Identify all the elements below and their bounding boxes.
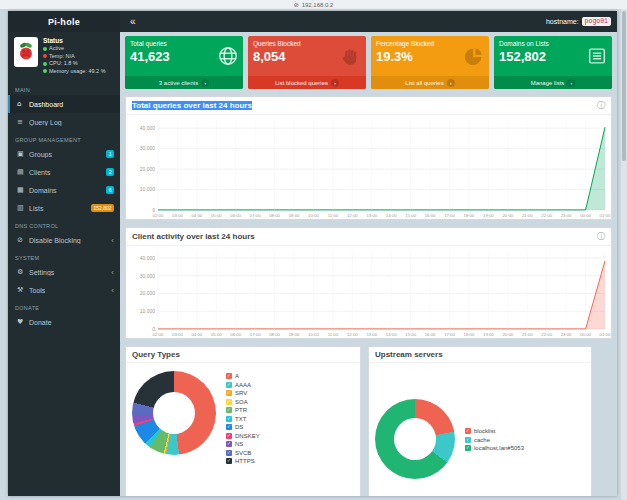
sidebar-item-lists[interactable]: ▥Lists152,802: [8, 199, 120, 217]
legend-item-localhost-lan-5053[interactable]: ✓localhost.lan#5053: [465, 445, 524, 451]
legend-checkbox: ✓: [226, 390, 232, 396]
sidebar-item-disable-blocking[interactable]: ⊘Disable Blocking‹: [8, 231, 120, 249]
status-panel: Status ActiveTemp: N/ACPU: 1.8 %Memory u…: [8, 32, 120, 81]
card-footer-link[interactable]: Manage lists ›: [494, 76, 612, 89]
legend-checkbox: ✓: [226, 382, 232, 388]
svg-text:18:00: 18:00: [464, 332, 475, 337]
sidebar-section-label: MAIN: [8, 81, 120, 95]
dashboard-icon: ⌂: [17, 100, 27, 108]
legend-item-blocklist[interactable]: ✓blocklist: [465, 428, 524, 434]
legend-item-ds[interactable]: ✓DS: [226, 424, 260, 430]
legend-item-ptr[interactable]: ✓PTR: [226, 407, 260, 413]
lists-icon: ▥: [17, 204, 27, 212]
sidebar-section-label: DNS CONTROL: [8, 217, 120, 231]
not-secure-icon: ⊘: [294, 1, 299, 8]
svg-text:10:00: 10:00: [308, 213, 319, 218]
hostname-badge: pogo01: [582, 17, 611, 26]
more-info-icon: ›: [331, 79, 339, 87]
svg-text:19:00: 19:00: [483, 332, 494, 337]
svg-text:04:00: 04:00: [191, 332, 202, 337]
total-queries-chart[interactable]: 010,00020,00030,00040,00002:0003:0004:00…: [126, 115, 611, 219]
summary-cards: Total queries 41,623 3 active clients ›: [125, 36, 612, 89]
legend-checkbox: ✓: [226, 399, 232, 405]
sidebar-item-donate[interactable]: ♥Donate: [8, 313, 120, 331]
card-footer-link[interactable]: 3 active clients ›: [125, 76, 243, 89]
legend-checkbox: ✓: [226, 407, 232, 413]
legend-checkbox: ✓: [465, 445, 471, 451]
sidebar-item-query-log[interactable]: ≡Query Log: [8, 113, 120, 131]
sidebar-item-dashboard[interactable]: ⌂Dashboard: [8, 95, 120, 113]
upstream-servers-donut[interactable]: [375, 399, 455, 479]
svg-text:09:00: 09:00: [289, 332, 300, 337]
card-footer-link[interactable]: List blocked queries ›: [248, 76, 366, 89]
svg-text:21:00: 21:00: [522, 213, 533, 218]
card-footer-link[interactable]: List all queries ›: [371, 76, 489, 89]
client-activity-chart[interactable]: 010,00020,00030,00040,00002:0003:0004:00…: [126, 246, 611, 338]
sidebar-section-label: DONATE: [8, 299, 120, 313]
top-navbar: Pi-hole « hostname: pogo01: [8, 11, 617, 32]
sidebar-menu: MAIN⌂Dashboard≡Query LogGROUP MANAGEMENT…: [8, 81, 120, 331]
domains-icon: ▦: [17, 186, 27, 194]
legend-item-https[interactable]: ✓HTTPS: [226, 458, 260, 464]
panel-client-activity: Client activity over last 24 hours ⓘ 010…: [125, 226, 612, 339]
panel-title: Upstream servers: [375, 350, 443, 359]
sidebar-item-clients[interactable]: ▤Clients2: [8, 163, 120, 181]
panel-upstream-servers: Upstream servers ✓blocklist✓cache✓localh…: [368, 345, 592, 496]
legend-item-ns[interactable]: ✓NS: [226, 441, 260, 447]
pihole-logo: [14, 37, 38, 67]
info-icon[interactable]: ⓘ: [597, 231, 605, 242]
list-icon: [586, 45, 608, 67]
svg-text:02:00: 02:00: [153, 332, 164, 337]
sidebar: Status ActiveTemp: N/ACPU: 1.8 %Memory u…: [8, 32, 120, 496]
legend-item-srv[interactable]: ✓SRV: [226, 390, 260, 396]
status-title: Status: [43, 37, 116, 44]
panel-query-types: Query Types ✓A✓AAAA✓SRV✓SOA✓PTR✓TXT✓DS✓D…: [125, 345, 361, 496]
legend-item-aaaa[interactable]: ✓AAAA: [226, 382, 260, 388]
svg-text:08:00: 08:00: [269, 213, 280, 218]
legend-item-soa[interactable]: ✓SOA: [226, 399, 260, 405]
page-scrollbar[interactable]: [621, 9, 627, 500]
svg-text:20:00: 20:00: [502, 213, 513, 218]
legend-item-txt[interactable]: ✓TXT: [226, 416, 260, 422]
svg-text:30,000: 30,000: [140, 145, 156, 151]
svg-text:13:00: 13:00: [366, 332, 377, 337]
legend-checkbox: ✓: [465, 437, 471, 443]
svg-text:15:00: 15:00: [405, 213, 416, 218]
svg-text:08:00: 08:00: [269, 332, 280, 337]
legend-checkbox: ✓: [226, 424, 232, 430]
browser-address-bar[interactable]: ⊘ 192.168.0.2: [0, 0, 627, 9]
legend-item-dnskey[interactable]: ✓DNSKEY: [226, 433, 260, 439]
svg-text:23:00: 23:00: [561, 213, 572, 218]
sidebar-item-settings[interactable]: ⚙Settings‹: [8, 263, 120, 281]
chevron-left-icon: ‹: [111, 236, 114, 245]
svg-text:20,000: 20,000: [140, 290, 156, 296]
scrollbar-thumb[interactable]: [622, 11, 626, 161]
sidebar-collapse-icon[interactable]: «: [120, 11, 146, 32]
legend-item-svcb[interactable]: ✓SVCB: [226, 450, 260, 456]
sidebar-item-domains[interactable]: ▦Domains6: [8, 181, 120, 199]
tools-icon: ⚒: [17, 286, 27, 294]
main-content: Total queries 41,623 3 active clients ›: [120, 32, 617, 496]
card-total-queries: Total queries 41,623 3 active clients ›: [125, 36, 243, 89]
panel-title: Client activity over last 24 hours: [132, 232, 255, 241]
more-info-icon: ›: [567, 79, 575, 87]
svg-text:11:00: 11:00: [328, 332, 339, 337]
hostname-area: hostname: pogo01: [546, 17, 617, 26]
svg-text:01:00: 01:00: [600, 213, 611, 218]
donate-icon: ♥: [17, 318, 27, 326]
lists-badge: 152,802: [91, 204, 114, 212]
upstream-servers-legend: ✓blocklist✓cache✓localhost.lan#5053: [465, 426, 524, 451]
query-types-donut[interactable]: [132, 371, 216, 455]
svg-text:16:00: 16:00: [425, 213, 436, 218]
legend-checkbox: ✓: [226, 441, 232, 447]
svg-text:40,000: 40,000: [140, 125, 156, 131]
svg-text:20,000: 20,000: [140, 166, 156, 172]
legend-item-cache[interactable]: ✓cache: [465, 437, 524, 443]
svg-text:04:00: 04:00: [191, 213, 202, 218]
info-icon[interactable]: ⓘ: [597, 100, 605, 111]
sidebar-item-tools[interactable]: ⚒Tools‹: [8, 281, 120, 299]
sidebar-item-groups[interactable]: ▣Groups1: [8, 145, 120, 163]
legend-item-a[interactable]: ✓A: [226, 373, 260, 379]
pihole-brand[interactable]: Pi-hole: [8, 11, 120, 32]
panel-total-queries: Total queries over last 24 hours ⓘ 010,0…: [125, 95, 612, 220]
